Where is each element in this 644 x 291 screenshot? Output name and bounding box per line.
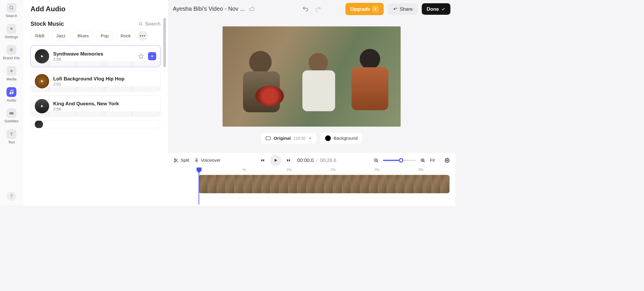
upgrade-button[interactable]: Upgrade <box>345 3 383 15</box>
svg-point-10 <box>139 23 142 25</box>
chevron-down-icon <box>308 137 312 140</box>
panel-title: Add Audio <box>30 5 160 13</box>
chip-more[interactable]: ••• <box>138 31 147 41</box>
track-item[interactable]: King And Queens, New York 2:56 <box>30 95 160 117</box>
nav-search[interactable]: Search <box>6 3 17 18</box>
voiceover-button[interactable]: Voiceover <box>194 158 221 163</box>
forward-icon <box>286 158 291 163</box>
svg-point-4 <box>10 49 12 50</box>
chip-jazz[interactable]: Jazz <box>52 31 70 41</box>
chip-rock[interactable]: Rock <box>116 31 136 41</box>
track-name: Synthwave Memories <box>53 51 133 57</box>
add-track-button[interactable] <box>148 52 156 60</box>
plus-icon <box>150 54 154 58</box>
nav-media[interactable]: Media <box>6 66 17 81</box>
color-swatch <box>325 135 331 141</box>
nav-text[interactable]: Text <box>7 129 17 145</box>
track-item[interactable]: Synthwave Memories 2:56 <box>30 46 160 67</box>
mic-icon <box>194 158 199 163</box>
chip-pop[interactable]: Pop <box>96 31 113 41</box>
search-music-button[interactable]: Search <box>138 21 160 27</box>
cloud-sync-icon[interactable] <box>249 6 255 12</box>
zoom-in-icon <box>420 158 425 163</box>
scissors-icon <box>174 158 179 163</box>
nav-audio[interactable]: Audio <box>7 87 17 102</box>
svg-rect-15 <box>266 137 271 140</box>
track-duration: 2:56 <box>53 57 133 62</box>
svg-point-8 <box>12 92 13 94</box>
aspect-ratio-selector[interactable]: Original (16:9) <box>261 132 317 144</box>
track-name: King And Queens, New York <box>53 101 156 106</box>
nav-subtitles[interactable]: Subtitles <box>4 108 19 124</box>
nav-settings[interactable]: Settings <box>5 24 18 39</box>
svg-line-11 <box>142 25 142 26</box>
main-area: Ayesha Bibi's Video - Nov ... Upgrade Sh… <box>168 0 455 206</box>
video-preview[interactable] <box>223 26 401 126</box>
favorite-button[interactable] <box>137 52 145 60</box>
svg-point-14 <box>394 8 395 10</box>
topbar: Ayesha Bibi's Video - Nov ... Upgrade Sh… <box>168 0 455 18</box>
track-item[interactable] <box>30 120 160 128</box>
help-button[interactable]: ? <box>7 192 16 201</box>
zoom-out-icon <box>374 158 379 163</box>
undo-button[interactable] <box>302 5 309 12</box>
fit-button[interactable]: Fit <box>430 158 435 163</box>
forward-button[interactable] <box>284 156 293 165</box>
aspect-icon <box>266 137 271 140</box>
split-button[interactable]: Split <box>174 158 189 163</box>
timeline-ruler[interactable]: 0s 5s 10s 15s 20s 25s <box>199 168 450 174</box>
subtitles-icon <box>7 108 17 118</box>
nav-brandkits[interactable]: Brand Kits <box>3 45 20 60</box>
left-nav: Search Settings Brand Kits Media Audio S… <box>0 0 23 206</box>
playhead[interactable] <box>199 168 199 205</box>
track-play-button[interactable] <box>35 120 43 128</box>
video-title[interactable]: Ayesha Bibi's Video - Nov ... <box>173 6 245 12</box>
zoom-in-button[interactable] <box>420 158 425 163</box>
svg-line-23 <box>377 161 378 162</box>
track-list: Synthwave Memories 2:56 Lofi Background … <box>30 46 160 128</box>
chip-rnb[interactable]: R&B <box>30 31 49 41</box>
settings-icon <box>7 24 17 34</box>
zoom-slider[interactable] <box>383 160 416 161</box>
svg-point-2 <box>11 28 12 30</box>
bolt-icon <box>372 6 379 12</box>
scrollbar[interactable] <box>163 18 166 67</box>
share-button[interactable]: Share <box>388 3 418 15</box>
timeline-track-area[interactable] <box>199 175 450 202</box>
track-duration: 2:01 <box>53 82 156 86</box>
timeline: Split Voiceover 00:00.0/00:28.6 <box>168 152 455 206</box>
rewind-button[interactable] <box>258 156 267 165</box>
play-button[interactable] <box>270 154 281 166</box>
play-icon <box>40 79 44 84</box>
play-icon <box>40 104 44 108</box>
track-name: Lofi Background Vlog Hip Hop <box>53 76 156 82</box>
waveform <box>31 111 160 117</box>
chip-blues[interactable]: Blues <box>73 31 93 41</box>
play-icon <box>273 158 278 163</box>
track-duration: 2:56 <box>53 107 156 111</box>
rewind-icon <box>260 158 265 163</box>
search-icon <box>7 3 17 13</box>
audio-panel: Add Audio Stock Music Search R&B Jazz Bl… <box>23 0 168 206</box>
timeline-settings-button[interactable] <box>445 158 450 163</box>
search-icon <box>138 22 143 26</box>
svg-line-27 <box>424 161 425 162</box>
track-play-button[interactable] <box>35 49 49 63</box>
zoom-out-button[interactable] <box>374 158 379 163</box>
redo-button[interactable] <box>315 5 322 12</box>
video-clip[interactable] <box>199 175 450 193</box>
svg-point-16 <box>174 159 175 160</box>
background-selector[interactable]: Background <box>320 132 362 144</box>
track-item[interactable]: Lofi Background Vlog Hip Hop 2:01 <box>30 71 160 92</box>
svg-line-1 <box>12 9 13 10</box>
track-play-button[interactable] <box>35 99 49 113</box>
audio-icon <box>7 87 17 97</box>
play-icon <box>40 54 44 59</box>
timecode: 00:00.0/00:28.6 <box>297 157 336 163</box>
waveform <box>31 61 160 67</box>
done-button[interactable]: Done <box>422 3 450 15</box>
track-play-button[interactable] <box>35 74 49 88</box>
svg-point-28 <box>447 160 448 161</box>
genre-chips: R&B Jazz Blues Pop Rock ••• <box>30 31 160 41</box>
check-icon <box>441 7 446 11</box>
